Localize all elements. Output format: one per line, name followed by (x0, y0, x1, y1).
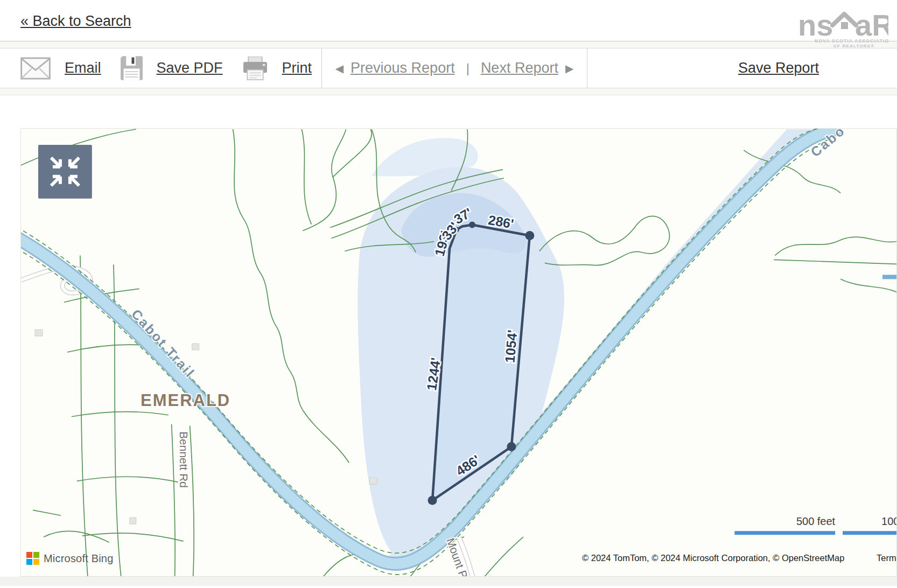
report-navigation: ◀ Previous Report | Next Report ▶ (322, 48, 587, 88)
bing-logo[interactable]: Microsoft Bing (26, 552, 114, 565)
nsar-logo-graphic: ns aR NOVA SCOTIA ASSOCIATION OF REALTOR… (797, 8, 888, 48)
page-header: « Back to Search ns aR NOVA SCOTIA ASSOC… (0, 0, 897, 41)
map-canvas: 286' 1054' 1244' 486' 193' 33' 37' EMERA… (21, 129, 896, 576)
print-label: Print (282, 60, 312, 76)
next-report-link[interactable]: Next Report (481, 60, 558, 76)
nav-separator: | (462, 61, 474, 76)
road-label-bennett-rd: Bennett Rd (178, 431, 190, 488)
report-page: « Back to Search ns aR NOVA SCOTIA ASSOC… (0, 0, 897, 588)
save-pdf-button[interactable]: Save PDF (121, 56, 223, 80)
previous-arrow-icon: ◀ (335, 62, 344, 75)
scale-bar-metric (843, 531, 896, 535)
email-button[interactable]: Email (20, 57, 101, 80)
map-collapse-button[interactable] (38, 145, 92, 199)
measurement-right: 1054' (502, 329, 520, 363)
email-icon (20, 57, 51, 80)
toolbar-divider-strip (0, 88, 897, 95)
header-divider-strip (0, 41, 897, 48)
logo-tagline-2: OF REALTORS® (833, 44, 875, 48)
terms-link[interactable]: Terms (877, 553, 897, 563)
email-label: Email (65, 60, 101, 76)
next-arrow-icon: ▶ (565, 62, 573, 75)
scale-label-feet: 500 feet (796, 515, 836, 527)
microsoft-logo-icon (26, 552, 39, 565)
scale-bar-feet (734, 531, 835, 535)
print-button[interactable]: Print (242, 57, 312, 80)
map-scale: 500 feet 100 m (734, 515, 896, 535)
back-to-search-link[interactable]: « Back to Search (20, 13, 131, 30)
toolbar-right: Save Report (587, 48, 897, 88)
scale-label-metric: 100 m (881, 515, 896, 527)
logo-text-left: ns (798, 8, 833, 42)
logo-tagline-1: NOVA SCOTIA ASSOCIATION (815, 38, 888, 44)
place-label-emerald: EMERALD (141, 391, 230, 410)
bing-map[interactable]: 286' 1054' 1244' 486' 193' 33' 37' EMERA… (20, 128, 897, 577)
report-toolbar: Email Save PDF (0, 48, 897, 88)
save-pdf-icon (121, 56, 143, 80)
map-copyright: © 2024 TomTom, © 2024 Microsoft Corporat… (582, 553, 844, 563)
previous-report-link[interactable]: Previous Report (351, 60, 455, 76)
bing-logo-text: Microsoft Bing (44, 552, 114, 565)
save-report-link[interactable]: Save Report (738, 60, 819, 76)
water-wash-areas (358, 129, 831, 562)
print-icon (242, 57, 268, 80)
building-footprints (35, 330, 377, 524)
nsar-logo: ns aR NOVA SCOTIA ASSOCIATION OF REALTOR… (797, 8, 888, 51)
logo-text-right: aR (855, 8, 888, 42)
logo-house-window-icon (841, 22, 848, 29)
save-pdf-label: Save PDF (157, 60, 223, 76)
water-feature-edge (882, 275, 896, 279)
bottom-strip (0, 577, 897, 586)
toolbar-actions: Email Save PDF (0, 48, 321, 88)
